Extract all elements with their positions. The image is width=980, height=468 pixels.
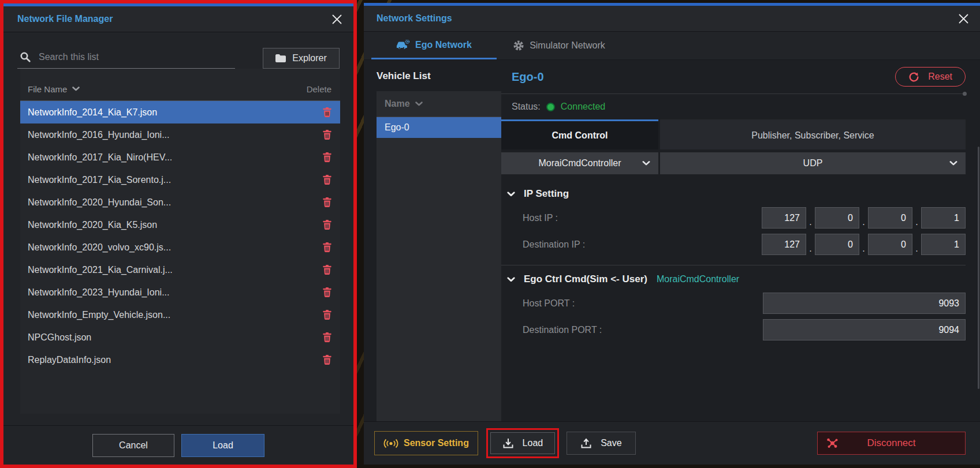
car-icon bbox=[396, 40, 409, 50]
chevron-down-icon bbox=[72, 87, 80, 91]
host-ip-label: Host IP : bbox=[523, 213, 762, 223]
reset-icon bbox=[908, 72, 919, 83]
vehicle-name-column-header[interactable]: Name bbox=[377, 91, 501, 117]
trash-icon[interactable] bbox=[323, 332, 331, 342]
file-row[interactable]: ReplayDataInfo.json bbox=[20, 349, 340, 371]
trash-icon[interactable] bbox=[323, 220, 331, 230]
sensor-setting-button[interactable]: Sensor Setting bbox=[374, 431, 478, 455]
trash-icon[interactable] bbox=[323, 287, 331, 297]
trash-icon[interactable] bbox=[323, 152, 331, 162]
tab-simulator-network[interactable]: Simulator Network bbox=[497, 32, 622, 59]
close-icon[interactable] bbox=[327, 9, 346, 29]
file-row[interactable]: NetworkInfo_Empty_Vehicle.json... bbox=[20, 304, 340, 326]
ip-setting-section-header[interactable]: IP Setting bbox=[501, 188, 966, 200]
close-icon[interactable] bbox=[953, 9, 973, 28]
file-name: NetworkInfo_2017_Kia_Niro(HEV... bbox=[28, 152, 323, 163]
network-settings-footer: Sensor Setting Load Save Disconnect bbox=[364, 421, 980, 465]
search-input[interactable] bbox=[38, 51, 234, 63]
reset-label: Reset bbox=[928, 72, 952, 82]
chevron-down-icon bbox=[949, 161, 957, 166]
divider bbox=[501, 265, 966, 265]
load-button[interactable]: Load bbox=[490, 432, 555, 454]
trash-icon[interactable] bbox=[323, 310, 331, 320]
file-row[interactable]: NetworkInfo_2014_Kia_K7.json bbox=[20, 101, 340, 123]
cmd-controller-select[interactable]: MoraiCmdController bbox=[501, 152, 658, 174]
file-row[interactable]: NPCGhost.json bbox=[20, 326, 340, 349]
status-label: Status: bbox=[512, 102, 541, 112]
scrollbar[interactable] bbox=[978, 147, 979, 389]
select-value: UDP bbox=[803, 158, 823, 169]
ego-ctrl-cmd-section-header[interactable]: Ego Ctrl Cmd(Sim <- User) MoraiCmdContro… bbox=[501, 274, 966, 285]
upload-icon bbox=[580, 438, 592, 449]
file-row[interactable]: NetworkInfo_2017_Kia_Sorento.j... bbox=[20, 169, 340, 191]
file-row[interactable]: NetworkInfo_2020_volvo_xc90.js... bbox=[20, 236, 340, 259]
trash-icon[interactable] bbox=[323, 130, 331, 140]
file-name: NPCGhost.json bbox=[28, 332, 323, 343]
vehicle-network-detail: Ego-0 Reset Status: Connected Cmd Contro… bbox=[501, 60, 980, 421]
download-icon bbox=[502, 438, 514, 449]
protocol-select[interactable]: UDP bbox=[660, 152, 966, 174]
disconnect-button[interactable]: Disconnect bbox=[817, 432, 966, 455]
file-row[interactable]: NetworkInfo_2023_Hyundai_Ioni... bbox=[20, 281, 340, 304]
host-port-input[interactable]: 9093 bbox=[763, 293, 966, 314]
network-settings-tabbar: Ego Network Simulator Network bbox=[364, 32, 980, 60]
trash-icon[interactable] bbox=[323, 242, 331, 252]
ego-ctrl-cmd-title: Ego Ctrl Cmd(Sim <- User) bbox=[524, 274, 647, 285]
ip-octet-input[interactable]: 0 bbox=[815, 207, 859, 229]
destination-port-label: Destination PORT : bbox=[523, 325, 763, 335]
ip-octet-input[interactable]: 127 bbox=[762, 234, 806, 255]
status-value: Connected bbox=[561, 102, 605, 112]
gear-icon bbox=[513, 40, 524, 51]
file-row[interactable]: NetworkInfo_2021_Kia_Carnival.j... bbox=[20, 259, 340, 281]
destination-port-input[interactable]: 9094 bbox=[763, 319, 966, 340]
subtab-publisher-subscriber-service[interactable]: Publisher, Subscriber, Service bbox=[660, 119, 966, 149]
file-name: NetworkInfo_2020_Kia_K5.json bbox=[28, 220, 323, 230]
selected-vehicle-title: Ego-0 bbox=[512, 70, 544, 84]
ip-octet-input[interactable]: 1 bbox=[921, 207, 966, 229]
file-row[interactable]: NetworkInfo_2020_Hyundai_Son... bbox=[20, 191, 340, 214]
subtab-cmd-control[interactable]: Cmd Control bbox=[501, 119, 658, 149]
explorer-button[interactable]: Explorer bbox=[263, 48, 340, 69]
tab-ego-network[interactable]: Ego Network bbox=[371, 32, 497, 59]
destination-ip-inputs: 127.0.0.1 bbox=[762, 234, 966, 255]
divider bbox=[501, 93, 966, 94]
ip-octet-input[interactable]: 0 bbox=[868, 207, 912, 229]
ip-octet-input[interactable]: 127 bbox=[762, 207, 806, 229]
file-row[interactable]: NetworkInfo_2020_Kia_K5.json bbox=[20, 214, 340, 236]
save-button[interactable]: Save bbox=[567, 432, 636, 455]
load-button[interactable]: Load bbox=[181, 434, 264, 457]
vehicle-list-body: Ego-0 bbox=[377, 117, 501, 138]
file-row[interactable]: NetworkInfo_2017_Kia_Niro(HEV... bbox=[20, 146, 340, 169]
save-label: Save bbox=[601, 438, 621, 448]
name-column-label: Name bbox=[385, 99, 410, 109]
file-list-header[interactable]: File Name Delete bbox=[20, 77, 340, 101]
ip-octet-input[interactable]: 1 bbox=[921, 234, 966, 255]
trash-icon[interactable] bbox=[323, 175, 331, 185]
trash-icon[interactable] bbox=[323, 265, 331, 275]
trash-icon[interactable] bbox=[323, 197, 331, 207]
file-name: ReplayDataInfo.json bbox=[28, 355, 323, 365]
file-row[interactable]: NetworkInfo_2016_Hyundai_Ioni... bbox=[20, 123, 340, 146]
ip-separator: . bbox=[806, 209, 815, 227]
chevron-down-icon bbox=[642, 161, 650, 166]
file-name: NetworkInfo_2020_Hyundai_Son... bbox=[28, 197, 323, 208]
delete-column-header: Delete bbox=[307, 84, 331, 94]
trash-icon[interactable] bbox=[323, 355, 331, 365]
trash-icon[interactable] bbox=[323, 107, 331, 117]
vehicle-list-panel: Vehicle List Name Ego-0 bbox=[364, 60, 501, 421]
annotation-box-load-button: Load bbox=[486, 428, 559, 458]
ip-separator: . bbox=[912, 209, 921, 227]
vehicle-row[interactable]: Ego-0 bbox=[377, 117, 501, 138]
file-name-column-label: File Name bbox=[28, 84, 67, 94]
chevron-down-icon bbox=[507, 277, 515, 282]
chevron-down-icon bbox=[415, 102, 423, 106]
network-node-icon bbox=[826, 437, 839, 450]
file-name-column-header[interactable]: File Name bbox=[28, 84, 80, 94]
reset-button[interactable]: Reset bbox=[895, 67, 966, 87]
file-name: NetworkInfo_2021_Kia_Carnival.j... bbox=[28, 265, 323, 275]
cancel-button[interactable]: Cancel bbox=[92, 434, 174, 457]
search-field[interactable] bbox=[17, 51, 235, 69]
ip-octet-input[interactable]: 0 bbox=[868, 234, 912, 255]
folder-icon bbox=[275, 54, 286, 62]
ip-octet-input[interactable]: 0 bbox=[815, 234, 859, 255]
